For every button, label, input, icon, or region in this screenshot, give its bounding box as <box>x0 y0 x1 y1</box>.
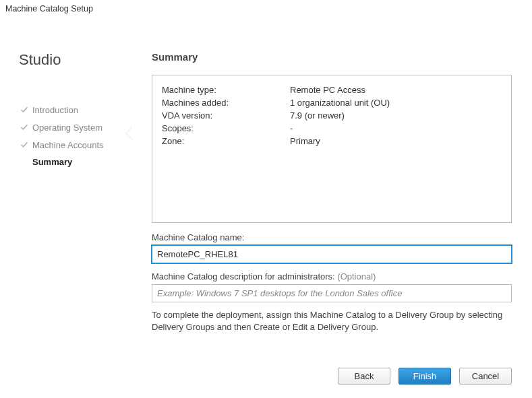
summary-value: 1 organizational unit (OU) <box>290 98 502 108</box>
check-icon <box>19 139 30 150</box>
catalog-desc-input[interactable] <box>152 284 512 302</box>
step-label: Summary <box>32 157 72 167</box>
page-title: Summary <box>152 51 512 63</box>
step-machine-accounts[interactable]: Machine Accounts <box>19 136 125 154</box>
summary-key: VDA version: <box>162 110 290 121</box>
helper-text: To complete the deployment, assign this … <box>152 309 512 333</box>
back-button[interactable]: Back <box>338 368 390 385</box>
catalog-desc-label-text: Machine Catalog description for administ… <box>152 271 337 281</box>
step-pointer-icon <box>125 127 132 140</box>
cancel-button[interactable]: Cancel <box>459 368 512 385</box>
summary-value: Remote PC Access <box>290 85 502 95</box>
catalog-name-label: Machine Catalog name: <box>152 232 512 242</box>
step-label: Introduction <box>32 105 78 115</box>
summary-value: Primary <box>290 136 502 146</box>
check-icon <box>19 122 30 133</box>
wizard-steps: Introduction Operating System Machine Ac… <box>19 101 125 170</box>
step-label: Machine Accounts <box>32 140 104 150</box>
step-summary[interactable]: Summary <box>19 154 125 170</box>
finish-button[interactable]: Finish <box>398 368 451 385</box>
summary-row-zone: Zone: Primary <box>162 135 502 147</box>
summary-row-vda-version: VDA version: 7.9 (or newer) <box>162 109 502 122</box>
step-label: Operating System <box>32 123 102 133</box>
summary-value: 7.9 (or newer) <box>290 110 502 121</box>
summary-value: - <box>290 123 502 133</box>
wizard-content: Summary Machine type: Remote PC Access M… <box>131 18 532 397</box>
summary-key: Zone: <box>162 136 290 146</box>
summary-row-machines-added: Machines added: 1 organizational unit (O… <box>162 96 502 109</box>
summary-row-machine-type: Machine type: Remote PC Access <box>162 84 502 96</box>
step-operating-system[interactable]: Operating System <box>19 119 125 136</box>
step-introduction[interactable]: Introduction <box>19 101 125 119</box>
check-icon <box>19 104 30 115</box>
window-title: Machine Catalog Setup <box>0 0 532 18</box>
catalog-name-input[interactable] <box>152 245 512 263</box>
summary-key: Machines added: <box>162 98 290 108</box>
wizard-buttons: Back Finish Cancel <box>338 368 512 385</box>
summary-panel: Machine type: Remote PC Access Machines … <box>152 75 512 223</box>
catalog-desc-label: Machine Catalog description for administ… <box>152 271 512 281</box>
app-brand: Studio <box>19 51 125 69</box>
summary-row-scopes: Scopes: - <box>162 122 502 135</box>
wizard-sidebar: Studio Introduction Operating System Mac… <box>0 18 131 397</box>
summary-key: Machine type: <box>162 85 290 95</box>
catalog-desc-optional: (Optional) <box>337 271 376 281</box>
summary-key: Scopes: <box>162 123 290 133</box>
